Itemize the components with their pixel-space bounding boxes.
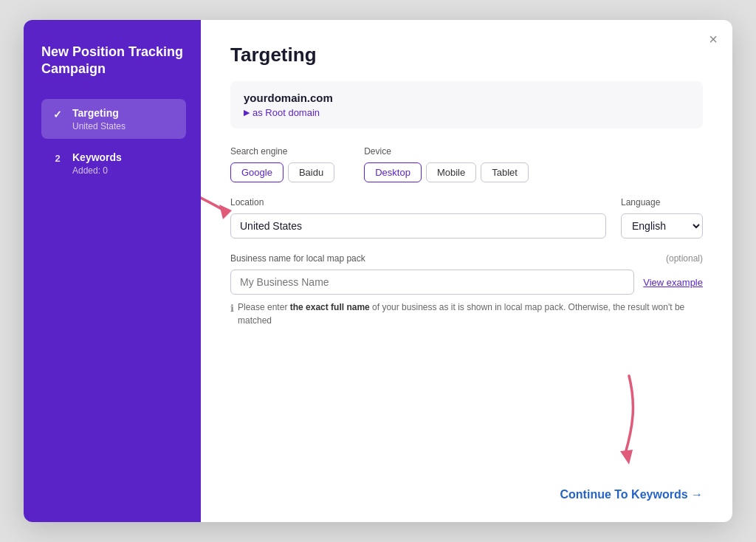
device-options: Desktop Mobile Tablet xyxy=(364,162,529,182)
business-label-row: Business name for local map pack (option… xyxy=(230,253,703,264)
optional-label: (optional) xyxy=(666,253,703,264)
chevron-right-icon: ▶ xyxy=(244,108,250,117)
domain-box: yourdomain.com ▶ as Root domain xyxy=(230,81,703,128)
location-label: Location xyxy=(230,197,606,207)
sidebar-title: New Position Tracking Campaign xyxy=(41,44,186,78)
sidebar: New Position Tracking Campaign ✓ Targeti… xyxy=(24,20,201,522)
page-title: Targeting xyxy=(230,44,703,66)
device-mobile[interactable]: Mobile xyxy=(426,162,476,182)
step-keywords-sublabel: Added: 0 xyxy=(72,165,122,176)
device-tablet[interactable]: Tablet xyxy=(481,162,529,182)
domain-type-toggle[interactable]: ▶ as Root domain xyxy=(244,107,690,118)
step-targeting-label: Targeting xyxy=(72,106,126,120)
business-label: Business name for local map pack xyxy=(230,253,365,264)
language-select[interactable]: English Spanish French German xyxy=(621,213,703,239)
sidebar-step-keywords[interactable]: 2 Keywords Added: 0 xyxy=(41,143,186,183)
close-button[interactable]: × xyxy=(709,32,718,47)
business-name-input[interactable] xyxy=(230,270,634,295)
search-engine-label: Search engine xyxy=(230,146,334,157)
footer: Continue To Keywords → xyxy=(230,476,703,501)
location-input[interactable] xyxy=(230,213,606,239)
modal-container: New Position Tracking Campaign ✓ Targeti… xyxy=(24,20,732,522)
device-group: Device Desktop Mobile Tablet xyxy=(364,146,529,182)
search-engine-google[interactable]: Google xyxy=(230,162,284,182)
business-name-section: Business name for local map pack (option… xyxy=(230,253,703,327)
step-keywords-label: Keywords xyxy=(72,151,122,164)
info-icon: ℹ xyxy=(230,301,234,316)
continue-button[interactable]: Continue To Keywords → xyxy=(560,488,703,501)
search-engine-options: Google Baidu xyxy=(230,162,334,182)
main-content: × Targeting yourdomain.com ▶ as Root dom… xyxy=(201,20,732,522)
arrow-annotation-2 xyxy=(570,368,659,472)
business-input-row: View example xyxy=(230,270,703,295)
business-hint-text: Please enter the exact full name of your… xyxy=(238,301,703,327)
location-group: Location xyxy=(230,197,606,239)
domain-type-label: as Root domain xyxy=(252,107,320,118)
language-group: Language English Spanish French German xyxy=(621,197,703,239)
view-example-button[interactable]: View example xyxy=(643,277,703,288)
search-device-row: Search engine Google Baidu Device Deskto… xyxy=(230,146,703,182)
check-icon: ✓ xyxy=(50,107,65,122)
business-hint: ℹ Please enter the exact full name of yo… xyxy=(230,301,703,327)
location-lang-row: Location Language English Spanish French… xyxy=(230,197,703,239)
search-engine-baidu[interactable]: Baidu xyxy=(288,162,334,182)
svg-marker-1 xyxy=(620,450,633,464)
language-label: Language xyxy=(621,197,703,207)
step-number-icon: 2 xyxy=(50,151,65,166)
search-engine-group: Search engine Google Baidu xyxy=(230,146,334,182)
domain-name: yourdomain.com xyxy=(244,92,690,104)
device-desktop[interactable]: Desktop xyxy=(364,162,422,182)
device-label: Device xyxy=(364,146,529,157)
sidebar-step-targeting[interactable]: ✓ Targeting United States xyxy=(41,99,186,139)
step-targeting-sublabel: United States xyxy=(72,121,126,131)
